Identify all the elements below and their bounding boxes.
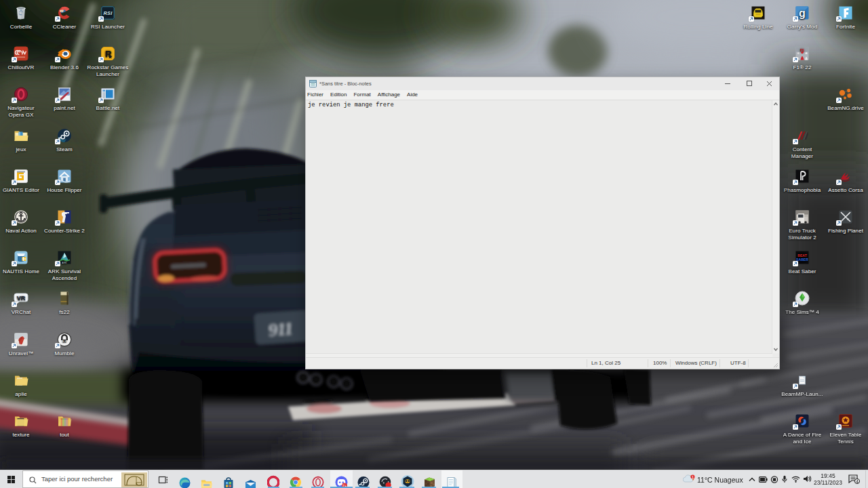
svg-text:g: g [799,7,806,19]
svg-text:ARK: ARK [62,262,67,264]
svg-text:4: 4 [856,479,859,484]
svg-text:911: 911 [268,319,294,340]
svg-text:BLE: BLE [62,340,66,343]
svg-text:VR: VR [17,295,26,302]
svg-text:RSI: RSI [104,10,113,16]
svg-text:1: 1 [692,475,694,479]
